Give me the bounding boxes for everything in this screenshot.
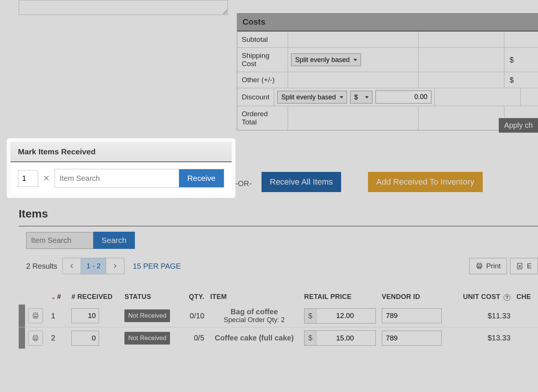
row-print-button[interactable] xyxy=(28,308,43,323)
row-num: 2 xyxy=(48,327,69,349)
pager-next-button[interactable] xyxy=(106,258,124,274)
col-received[interactable]: # RECEIVED xyxy=(68,289,121,305)
print-button[interactable]: Print xyxy=(469,258,507,274)
col-item[interactable]: ITEM xyxy=(207,289,301,305)
currency-label: $ xyxy=(304,309,316,323)
shipping-split-select[interactable]: Split evenly based xyxy=(291,53,361,66)
receive-item-search-input[interactable] xyxy=(55,169,179,187)
retail-price-input-wrap: $ xyxy=(304,330,376,346)
row-qty: 0/10 xyxy=(174,305,207,327)
retail-price-input[interactable] xyxy=(316,309,358,323)
unit-cost: $11.33 xyxy=(456,305,513,327)
status-badge: Not Received xyxy=(124,332,170,345)
add-received-to-inventory-button[interactable]: Add Received To Inventory xyxy=(368,172,483,192)
svg-rect-9 xyxy=(34,339,37,340)
receive-all-button[interactable]: Receive All Items xyxy=(262,172,341,192)
resize-handle-icon[interactable] xyxy=(223,10,227,14)
receive-qty-input[interactable] xyxy=(18,170,38,187)
retail-price-input-wrap: $ xyxy=(304,308,376,324)
discount-controls-cell: Split evenly based $ xyxy=(274,88,435,106)
items-search-input[interactable] xyxy=(26,232,93,249)
costs-row-ordered-total: Ordered Total xyxy=(237,106,538,130)
status-badge: Not Received xyxy=(124,309,170,322)
shipping-cell-2 xyxy=(418,48,504,72)
ordered-total-cell-1 xyxy=(288,106,418,130)
discount-label: Discount xyxy=(237,88,274,106)
chevron-left-icon xyxy=(68,262,75,270)
costs-row-discount: Discount Split evenly based $ xyxy=(237,88,538,106)
retail-price-input[interactable] xyxy=(316,331,358,345)
per-page-link[interactable]: 15 PER PAGE xyxy=(133,262,181,271)
currency-label: $ xyxy=(304,331,316,345)
costs-header: Costs xyxy=(237,13,538,31)
col-che[interactable]: CHE xyxy=(513,289,538,305)
row-qty: 0/5 xyxy=(174,327,207,349)
received-input[interactable] xyxy=(71,308,99,323)
mark-items-received-header: Mark Items Received xyxy=(10,142,232,162)
item-name[interactable]: Bag of coffee xyxy=(210,308,298,316)
row-handle[interactable] xyxy=(19,327,25,349)
row-print-button[interactable] xyxy=(28,331,43,346)
col-status[interactable]: STATUS xyxy=(121,289,174,305)
subtotal-cell-1 xyxy=(288,32,418,47)
unit-cost: $13.33 xyxy=(456,327,513,349)
other-cell-2 xyxy=(418,72,504,88)
item-name[interactable]: Coffee cake (full cake) xyxy=(210,334,298,342)
col-unit-cost[interactable]: UNIT COST ? xyxy=(456,289,513,305)
discount-currency-select[interactable]: $ xyxy=(350,91,372,104)
shipping-currency-cell: $ xyxy=(504,48,538,72)
items-search-button[interactable]: Search xyxy=(93,232,135,249)
row-num: 1 xyxy=(48,305,69,327)
col-retail[interactable]: RETAIL PRICE xyxy=(301,289,379,305)
apply-changes-button[interactable]: Apply ch xyxy=(499,118,538,133)
vendor-id-input[interactable] xyxy=(382,308,442,323)
ordered-total-label: Ordered Total xyxy=(237,106,288,130)
received-input[interactable] xyxy=(71,331,99,346)
mark-items-received-panel: Mark Items Received × Receive xyxy=(10,142,232,194)
subtotal-cell-2 xyxy=(418,32,504,47)
costs-row-shipping: Shipping Cost Split evenly based $ xyxy=(237,47,538,72)
table-row: 1 Not Received 0/10 Bag of coffee Specia… xyxy=(19,305,538,327)
print-label: Print xyxy=(486,262,501,270)
svg-rect-6 xyxy=(34,317,37,318)
receive-button[interactable]: Receive xyxy=(179,169,224,187)
discount-value-input[interactable] xyxy=(375,90,432,104)
other-cell-1 xyxy=(288,72,418,88)
items-title: Items xyxy=(19,207,48,220)
export-label: E xyxy=(527,262,532,270)
shipping-method-cell: Split evenly based xyxy=(288,48,418,72)
discount-cell-3 xyxy=(521,88,538,106)
export-button[interactable]: E xyxy=(510,258,538,274)
costs-row-other: Other (+/-) $ xyxy=(237,72,538,88)
chevron-right-icon xyxy=(111,262,119,270)
sort-desc-icon: ⌄ xyxy=(51,294,56,300)
table-row: 2 Not Received 0/5 Coffee cake (full cak… xyxy=(19,327,538,349)
items-panel: Search 2 Results 1 - 2 15 PER PAGE xyxy=(19,226,538,349)
multiply-icon: × xyxy=(43,172,49,184)
help-icon[interactable]: ? xyxy=(504,294,510,301)
or-label: -OR- xyxy=(235,179,251,188)
item-sub: Special Order Qty: 2 xyxy=(210,316,298,324)
print-icon xyxy=(476,262,483,270)
pager-range[interactable]: 1 - 2 xyxy=(81,258,106,274)
vendor-id-input[interactable] xyxy=(382,331,442,346)
print-icon xyxy=(32,312,39,320)
subtotal-cell-3 xyxy=(504,32,538,47)
pager-prev-button[interactable] xyxy=(63,258,81,274)
other-label: Other (+/-) xyxy=(237,72,288,88)
row-handle[interactable] xyxy=(19,305,25,327)
items-table: ⌄# # RECEIVED STATUS QTY. ITEM RETAIL PR… xyxy=(19,289,538,349)
col-num[interactable]: ⌄# xyxy=(48,289,69,305)
col-vendor[interactable]: VENDOR ID xyxy=(379,289,457,305)
costs-row-subtotal: Subtotal xyxy=(237,31,538,47)
discount-cell-2 xyxy=(435,88,521,106)
export-excel-icon xyxy=(516,262,524,270)
shipping-label: Shipping Cost xyxy=(237,48,288,72)
svg-rect-2 xyxy=(478,267,481,269)
notes-textarea[interactable] xyxy=(19,0,228,15)
discount-split-select[interactable]: Split evenly based xyxy=(277,91,347,104)
print-icon xyxy=(32,334,39,342)
pager: 1 - 2 xyxy=(62,258,124,274)
subtotal-label: Subtotal xyxy=(237,32,288,47)
col-qty[interactable]: QTY. xyxy=(174,289,207,305)
